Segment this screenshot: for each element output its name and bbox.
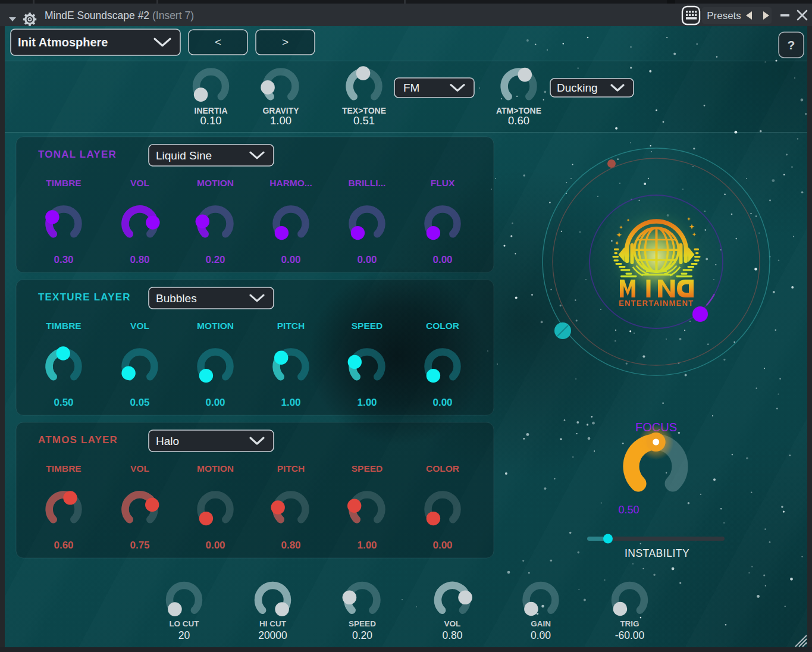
svg-text:?: ? bbox=[788, 38, 795, 52]
svg-text:ATMOS LAYER: ATMOS LAYER bbox=[38, 434, 118, 446]
svg-text:0.75: 0.75 bbox=[130, 540, 149, 551]
svg-text:0.00: 0.00 bbox=[432, 397, 452, 408]
svg-text:1.00: 1.00 bbox=[357, 540, 377, 551]
svg-text:INSTABILITY: INSTABILITY bbox=[625, 547, 689, 559]
svg-text:0.80: 0.80 bbox=[130, 254, 149, 265]
svg-text:-60.00: -60.00 bbox=[615, 629, 645, 641]
svg-text:HI CUT: HI CUT bbox=[259, 619, 287, 628]
svg-text:1.00: 1.00 bbox=[270, 114, 291, 127]
svg-text:FLUX: FLUX bbox=[431, 178, 455, 188]
svg-text:MOTION: MOTION bbox=[197, 463, 234, 474]
svg-text:0.00: 0.00 bbox=[432, 254, 452, 265]
svg-text:MOTION: MOTION bbox=[197, 321, 234, 331]
svg-text:0.00: 0.00 bbox=[432, 540, 452, 551]
svg-text:SPEED: SPEED bbox=[349, 619, 376, 628]
svg-text:Halo: Halo bbox=[156, 435, 179, 447]
svg-text:1.00: 1.00 bbox=[357, 397, 377, 408]
svg-text:TIMBRE: TIMBRE bbox=[46, 463, 81, 474]
svg-text:PITCH: PITCH bbox=[277, 463, 305, 474]
svg-text:PITCH: PITCH bbox=[277, 321, 305, 331]
svg-text:>: > bbox=[282, 36, 289, 48]
svg-text:0.10: 0.10 bbox=[200, 114, 221, 127]
svg-text:0.50: 0.50 bbox=[618, 504, 639, 516]
svg-text:TEXTURE LAYER: TEXTURE LAYER bbox=[38, 291, 131, 303]
svg-text:Presets: Presets bbox=[707, 10, 741, 21]
svg-text:0.05: 0.05 bbox=[130, 397, 149, 408]
svg-text:0.80: 0.80 bbox=[281, 540, 300, 551]
svg-text:COLOR: COLOR bbox=[426, 321, 459, 331]
svg-text:BRILLI...: BRILLI... bbox=[349, 178, 386, 188]
svg-text:0.50: 0.50 bbox=[54, 397, 73, 408]
svg-text:20000: 20000 bbox=[258, 629, 287, 641]
svg-text:TIMBRE: TIMBRE bbox=[46, 321, 81, 331]
svg-text:0.60: 0.60 bbox=[508, 114, 529, 127]
svg-text:MindE Soundscape #2 (Insert 7): MindE Soundscape #2 (Insert 7) bbox=[45, 10, 194, 21]
svg-text:TRIG: TRIG bbox=[620, 619, 639, 628]
svg-text:SPEED: SPEED bbox=[352, 463, 383, 474]
svg-text:ENTERTAINMENT: ENTERTAINMENT bbox=[619, 299, 693, 308]
svg-text:MOTION: MOTION bbox=[197, 178, 234, 188]
svg-text:HARMO...: HARMO... bbox=[269, 178, 312, 188]
svg-text:VOL: VOL bbox=[130, 321, 149, 331]
svg-text:0.00: 0.00 bbox=[357, 254, 377, 265]
svg-text:VOL: VOL bbox=[130, 178, 149, 188]
svg-text:0.80: 0.80 bbox=[442, 629, 462, 641]
svg-text:SPEED: SPEED bbox=[352, 321, 383, 331]
svg-text:VOL: VOL bbox=[130, 463, 149, 474]
svg-text:Ducking: Ducking bbox=[557, 82, 598, 94]
svg-text:Bubbles: Bubbles bbox=[156, 292, 197, 305]
svg-text:Liquid Sine: Liquid Sine bbox=[156, 149, 212, 162]
svg-text:0.20: 0.20 bbox=[205, 254, 225, 265]
svg-text:0.30: 0.30 bbox=[54, 254, 73, 265]
svg-text:TIMBRE: TIMBRE bbox=[46, 178, 81, 188]
svg-text:TONAL LAYER: TONAL LAYER bbox=[38, 149, 117, 160]
svg-text:20: 20 bbox=[178, 629, 190, 641]
svg-text:0.00: 0.00 bbox=[281, 254, 300, 265]
svg-text:COLOR: COLOR bbox=[426, 463, 459, 474]
svg-text:0.00: 0.00 bbox=[205, 540, 225, 551]
svg-text:FM: FM bbox=[403, 82, 419, 94]
svg-text:GAIN: GAIN bbox=[531, 619, 551, 628]
svg-text:0.60: 0.60 bbox=[54, 540, 73, 551]
svg-text:0.51: 0.51 bbox=[353, 114, 375, 127]
svg-text:0.00: 0.00 bbox=[531, 629, 551, 641]
svg-text:1.00: 1.00 bbox=[281, 397, 300, 408]
svg-text:Init Atmosphere: Init Atmosphere bbox=[18, 36, 108, 49]
svg-text:LO CUT: LO CUT bbox=[169, 619, 199, 628]
svg-text:0.00: 0.00 bbox=[205, 397, 225, 408]
svg-text:0.20: 0.20 bbox=[352, 629, 372, 641]
svg-text:VOL: VOL bbox=[444, 619, 461, 628]
svg-text:<: < bbox=[215, 36, 221, 48]
